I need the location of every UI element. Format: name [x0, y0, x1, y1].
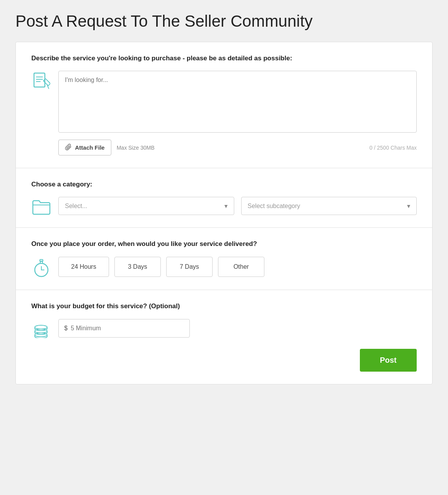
- description-content: Attach File Max Size 30MB 0 / 2500 Chars…: [58, 71, 417, 155]
- category-selects: Select... ▼ Select subcategory ▼: [58, 197, 417, 215]
- max-size-text: Max Size 30MB: [117, 145, 155, 151]
- budget-section: What is your budget for this service? (O…: [16, 290, 432, 384]
- budget-label: What is your budget for this service? (O…: [31, 302, 417, 310]
- delivery-other-button[interactable]: Other: [218, 257, 264, 277]
- svg-rect-4: [43, 79, 50, 86]
- form-container: Describe the service you're looking to p…: [15, 42, 433, 384]
- coins-icon: [31, 319, 51, 338]
- svg-rect-8: [40, 259, 43, 261]
- document-pencil-icon: [31, 71, 51, 90]
- delivery-7days-button[interactable]: 7 Days: [166, 257, 213, 277]
- svg-point-13: [35, 325, 47, 329]
- attach-file-button[interactable]: Attach File: [58, 140, 111, 155]
- folder-icon: [31, 197, 51, 215]
- category-select[interactable]: Select...: [58, 197, 234, 215]
- stopwatch-icon: [31, 256, 51, 277]
- delivery-section: Once you place your order, when would yo…: [16, 228, 432, 290]
- budget-input-wrapper: $: [58, 319, 190, 338]
- svg-rect-0: [34, 73, 45, 87]
- subcategory-select[interactable]: Select subcategory: [241, 197, 417, 215]
- delivery-3days-button[interactable]: 3 Days: [114, 257, 161, 277]
- category-section: Choose a category: Select... ▼ Select su: [16, 168, 432, 228]
- subcategory-select-wrapper: Select subcategory ▼: [241, 197, 417, 215]
- description-section: Describe the service you're looking to p…: [16, 42, 432, 168]
- post-button[interactable]: Post: [360, 349, 417, 372]
- category-label: Choose a category:: [31, 181, 417, 188]
- category-select-wrapper: Select... ▼: [58, 197, 234, 215]
- paperclip-icon: [65, 143, 72, 152]
- currency-symbol: $: [64, 325, 68, 332]
- description-textarea[interactable]: [58, 71, 417, 133]
- chars-max-text: 0 / 2500 Chars Max: [370, 145, 417, 151]
- description-label: Describe the service you're looking to p…: [31, 55, 417, 62]
- delivery-24hours-button[interactable]: 24 Hours: [58, 257, 109, 277]
- attach-file-label: Attach File: [75, 144, 105, 151]
- delivery-buttons: 24 Hours 3 Days 7 Days Other: [58, 257, 264, 277]
- delivery-label: Once you place your order, when would yo…: [31, 240, 417, 248]
- page-title: Post A Request To The Seller Community: [15, 12, 433, 31]
- budget-input[interactable]: [71, 319, 184, 337]
